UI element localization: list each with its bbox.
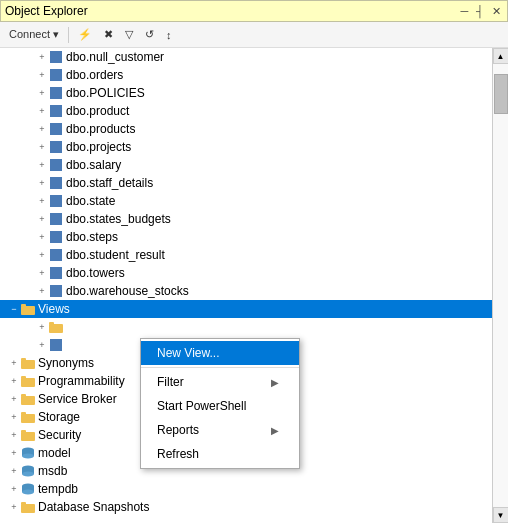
tree-item-orders[interactable]: + dbo.orders: [0, 66, 492, 84]
expand-icon: +: [36, 321, 48, 333]
expand-icon: −: [8, 303, 20, 315]
item-label: tempdb: [38, 482, 78, 496]
item-label: dbo.warehouse_stocks: [66, 284, 189, 298]
expand-icon: +: [8, 411, 20, 423]
filter-button[interactable]: ▽: [120, 25, 138, 44]
table-icon: [48, 211, 64, 227]
item-label: dbo.POLICIES: [66, 86, 145, 100]
folder-icon: [20, 499, 36, 515]
expand-icon: +: [36, 159, 48, 171]
tree-panel[interactable]: + dbo.null_customer + dbo.orders + dbo.P…: [0, 48, 492, 523]
new-query-button[interactable]: ⚡: [73, 25, 97, 44]
close-button[interactable]: ✕: [490, 5, 503, 18]
reports-arrow-icon: ▶: [271, 425, 279, 436]
expand-icon: +: [36, 339, 48, 351]
folder-icon: [48, 319, 64, 335]
item-label: Service Broker: [38, 392, 117, 406]
folder-icon: [20, 373, 36, 389]
menu-item-refresh[interactable]: Refresh: [141, 442, 299, 466]
toolbar: Connect ▾ ⚡ ✖ ▽ ↺ ↕: [0, 22, 508, 48]
menu-item-reports[interactable]: Reports ▶: [141, 418, 299, 442]
connect-label: Connect ▾: [9, 28, 59, 41]
item-label: Security: [38, 428, 81, 442]
refresh-button[interactable]: ↺: [140, 25, 159, 44]
svg-rect-10: [21, 414, 35, 423]
svg-rect-2: [49, 324, 63, 333]
svg-rect-4: [21, 360, 35, 369]
expand-icon: +: [8, 393, 20, 405]
tree-item-steps[interactable]: + dbo.steps: [0, 228, 492, 246]
svg-rect-5: [21, 358, 26, 361]
pin-button[interactable]: ┤: [474, 5, 486, 17]
expand-icon: +: [36, 87, 48, 99]
table-icon: [48, 337, 64, 353]
tree-item-towers[interactable]: + dbo.towers: [0, 264, 492, 282]
table-icon: [48, 193, 64, 209]
scrollbar-track[interactable]: [493, 64, 508, 507]
item-label: dbo.towers: [66, 266, 125, 280]
table-icon: [48, 229, 64, 245]
expand-icon: +: [8, 465, 20, 477]
tree-item-staff-details[interactable]: + dbo.staff_details: [0, 174, 492, 192]
db-icon: [20, 463, 36, 479]
stop-button[interactable]: ✖: [99, 25, 118, 44]
scrollbar-thumb[interactable]: [494, 74, 508, 114]
expand-icon: +: [8, 429, 20, 441]
svg-rect-23: [21, 504, 35, 513]
tree-item-views[interactable]: − Views: [0, 300, 492, 318]
sort-icon: ↕: [166, 29, 172, 41]
item-label: dbo.states_budgets: [66, 212, 171, 226]
expand-icon: +: [8, 501, 20, 513]
title-text: Object Explorer: [5, 4, 88, 18]
auto-hide-button[interactable]: ─: [458, 5, 470, 17]
tree-item-student-result[interactable]: + dbo.student_result: [0, 246, 492, 264]
item-label: Storage: [38, 410, 80, 424]
item-label: dbo.staff_details: [66, 176, 153, 190]
table-icon: [48, 85, 64, 101]
sort-button[interactable]: ↕: [161, 26, 177, 44]
svg-rect-7: [21, 376, 26, 379]
new-query-icon: ⚡: [78, 28, 92, 41]
menu-item-refresh-label: Refresh: [157, 447, 279, 461]
stop-icon: ✖: [104, 28, 113, 41]
svg-rect-0: [21, 306, 35, 315]
item-label: dbo.projects: [66, 140, 131, 154]
item-label: dbo.orders: [66, 68, 123, 82]
folder-icon: [20, 427, 36, 443]
item-label: dbo.product: [66, 104, 129, 118]
table-icon: [48, 157, 64, 173]
menu-item-filter[interactable]: Filter ▶: [141, 370, 299, 394]
expand-icon: +: [36, 177, 48, 189]
tree-item-views-sub1[interactable]: +: [0, 318, 492, 336]
tree-item-projects[interactable]: + dbo.projects: [0, 138, 492, 156]
menu-item-new-view-label: New View...: [157, 346, 279, 360]
expand-icon: +: [36, 123, 48, 135]
item-label: Synonyms: [38, 356, 94, 370]
tree-item-states-budgets[interactable]: + dbo.states_budgets: [0, 210, 492, 228]
menu-item-start-powershell[interactable]: Start PowerShell: [141, 394, 299, 418]
tree-item-warehouse-stocks[interactable]: + dbo.warehouse_stocks: [0, 282, 492, 300]
tree-item-state[interactable]: + dbo.state: [0, 192, 492, 210]
tree-item-tempdb[interactable]: + tempdb: [0, 480, 492, 498]
svg-rect-6: [21, 378, 35, 387]
table-icon: [48, 247, 64, 263]
tree-item-null-customer[interactable]: + dbo.null_customer: [0, 48, 492, 66]
tree-item-products[interactable]: + dbo.products: [0, 120, 492, 138]
item-label: model: [38, 446, 71, 460]
title-bar: Object Explorer ─ ┤ ✕: [0, 0, 508, 22]
filter-icon: ▽: [125, 28, 133, 41]
scroll-up-button[interactable]: ▲: [493, 48, 509, 64]
tree-item-db-snapshots[interactable]: + Database Snapshots: [0, 498, 492, 516]
tree-item-product[interactable]: + dbo.product: [0, 102, 492, 120]
tree-item-salary[interactable]: + dbo.salary: [0, 156, 492, 174]
scroll-down-button[interactable]: ▼: [493, 507, 509, 523]
table-icon: [48, 121, 64, 137]
table-icon: [48, 67, 64, 83]
connect-button[interactable]: Connect ▾: [4, 25, 64, 44]
menu-item-new-view[interactable]: New View...: [141, 341, 299, 365]
item-label: Views: [38, 302, 70, 316]
folder-icon: [20, 391, 36, 407]
table-icon: [48, 139, 64, 155]
tree-item-policies[interactable]: + dbo.POLICIES: [0, 84, 492, 102]
folder-icon: [20, 301, 36, 317]
